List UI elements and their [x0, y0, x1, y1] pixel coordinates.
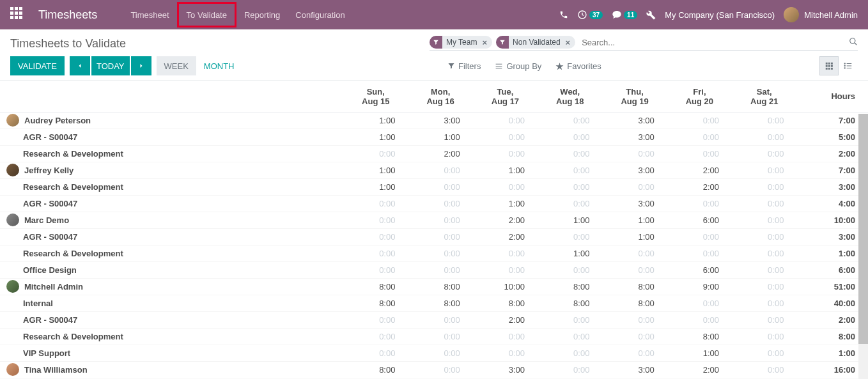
- time-cell[interactable]: 8:00: [408, 295, 472, 312]
- time-cell[interactable]: 1:00: [343, 179, 408, 196]
- time-cell[interactable]: 3:00: [602, 362, 667, 378]
- time-cell[interactable]: 8:00: [538, 295, 602, 312]
- time-cell[interactable]: 0:00: [473, 112, 538, 129]
- employee-row[interactable]: Marc Demo0:000:002:001:001:006:000:0010:…: [0, 212, 868, 229]
- time-cell[interactable]: 1:00: [602, 212, 667, 229]
- time-cell[interactable]: 0:00: [408, 162, 472, 179]
- row-name-cell[interactable]: Internal: [0, 295, 343, 312]
- task-row[interactable]: VIP Support0:000:000:000:000:001:000:001…: [0, 345, 868, 362]
- time-cell[interactable]: 0:00: [732, 262, 796, 279]
- time-cell[interactable]: 0:00: [408, 196, 472, 212]
- time-cell[interactable]: 0:00: [602, 179, 667, 196]
- time-cell[interactable]: 0:00: [538, 179, 602, 196]
- time-cell[interactable]: 0:00: [408, 312, 472, 329]
- time-cell[interactable]: 0:00: [732, 146, 796, 162]
- time-cell[interactable]: 0:00: [538, 329, 602, 345]
- row-name-cell[interactable]: Audrey Peterson: [0, 113, 343, 129]
- validate-button[interactable]: VALIDATE: [10, 56, 65, 75]
- time-cell[interactable]: 0:00: [473, 345, 538, 362]
- time-cell[interactable]: 1:00: [602, 229, 667, 245]
- time-cell[interactable]: 1:00: [473, 162, 538, 179]
- row-name-cell[interactable]: VIP Support: [0, 345, 343, 362]
- today-button[interactable]: TODAY: [91, 56, 130, 75]
- time-cell[interactable]: 8:00: [473, 295, 538, 312]
- time-cell[interactable]: 2:00: [473, 312, 538, 329]
- task-row[interactable]: Office Design0:000:000:000:000:006:000:0…: [0, 262, 868, 279]
- time-cell[interactable]: 0:00: [473, 262, 538, 279]
- view-list-button[interactable]: [839, 56, 858, 75]
- time-cell[interactable]: 0:00: [732, 245, 796, 262]
- task-row[interactable]: Internal8:008:008:008:008:000:000:0040:0…: [0, 295, 868, 312]
- time-cell[interactable]: 10:00: [473, 279, 538, 295]
- time-cell[interactable]: 8:00: [343, 295, 408, 312]
- time-cell[interactable]: 0:00: [538, 129, 602, 146]
- employee-row[interactable]: Mitchell Admin8:008:0010:008:008:009:000…: [0, 279, 868, 295]
- time-cell[interactable]: 0:00: [602, 245, 667, 262]
- time-cell[interactable]: 0:00: [602, 312, 667, 329]
- nav-item-timesheet[interactable]: Timesheet: [123, 0, 176, 29]
- time-cell[interactable]: 0:00: [538, 229, 602, 245]
- time-cell[interactable]: 0:00: [343, 245, 408, 262]
- row-name-cell[interactable]: Mitchell Admin: [0, 279, 343, 295]
- time-cell[interactable]: 0:00: [343, 146, 408, 162]
- time-cell[interactable]: 0:00: [732, 329, 796, 345]
- time-cell[interactable]: 0:00: [732, 229, 796, 245]
- search-icon[interactable]: [849, 37, 858, 48]
- time-cell[interactable]: 0:00: [732, 212, 796, 229]
- time-cell[interactable]: 0:00: [473, 245, 538, 262]
- time-cell[interactable]: 0:00: [538, 146, 602, 162]
- user-menu[interactable]: Mitchell Admin: [784, 7, 858, 22]
- row-name-cell[interactable]: AGR - S00047: [0, 196, 343, 212]
- task-row[interactable]: Research & Development0:000:000:000:000:…: [0, 329, 868, 345]
- time-cell[interactable]: 8:00: [408, 279, 472, 295]
- time-cell[interactable]: 0:00: [732, 162, 796, 179]
- time-cell[interactable]: 0:00: [667, 295, 732, 312]
- time-cell[interactable]: 3:00: [602, 196, 667, 212]
- time-cell[interactable]: 0:00: [602, 262, 667, 279]
- groupby-dropdown[interactable]: Group By: [495, 61, 541, 71]
- view-grid-button[interactable]: [819, 56, 839, 75]
- time-cell[interactable]: 3:00: [473, 362, 538, 378]
- time-cell[interactable]: 1:00: [538, 245, 602, 262]
- prev-button[interactable]: [70, 56, 90, 75]
- time-cell[interactable]: 8:00: [602, 279, 667, 295]
- row-name-cell[interactable]: Marc Demo: [0, 212, 343, 229]
- time-cell[interactable]: 0:00: [667, 312, 732, 329]
- time-cell[interactable]: 0:00: [538, 312, 602, 329]
- favorites-dropdown[interactable]: Favorites: [555, 61, 601, 71]
- time-cell[interactable]: 0:00: [667, 196, 732, 212]
- time-cell[interactable]: 0:00: [667, 129, 732, 146]
- time-cell[interactable]: 0:00: [343, 345, 408, 362]
- filters-dropdown[interactable]: Filters: [447, 61, 481, 71]
- time-cell[interactable]: 0:00: [343, 262, 408, 279]
- task-row[interactable]: AGR - S000470:000:002:000:000:000:000:00…: [0, 312, 868, 329]
- time-cell[interactable]: 1:00: [343, 129, 408, 146]
- row-name-cell[interactable]: Tina Williamson: [0, 362, 343, 378]
- time-cell[interactable]: 0:00: [667, 146, 732, 162]
- row-name-cell[interactable]: Research & Development: [0, 245, 343, 262]
- time-cell[interactable]: 1:00: [343, 112, 408, 129]
- time-cell[interactable]: 0:00: [473, 129, 538, 146]
- time-cell[interactable]: 0:00: [343, 196, 408, 212]
- range-week[interactable]: WEEK: [157, 56, 196, 75]
- tools-icon[interactable]: [646, 10, 656, 20]
- time-cell[interactable]: 2:00: [667, 179, 732, 196]
- time-cell[interactable]: 0:00: [602, 146, 667, 162]
- time-cell[interactable]: 0:00: [732, 112, 796, 129]
- facet-remove[interactable]: ×: [563, 38, 573, 47]
- time-cell[interactable]: 0:00: [408, 262, 472, 279]
- row-name-cell[interactable]: AGR - S00047: [0, 312, 343, 329]
- time-cell[interactable]: 0:00: [538, 196, 602, 212]
- facet-non-validated[interactable]: Non Validated ×: [496, 36, 575, 49]
- time-cell[interactable]: 0:00: [732, 179, 796, 196]
- row-name-cell[interactable]: AGR - S00047: [0, 129, 343, 146]
- time-cell[interactable]: 0:00: [473, 146, 538, 162]
- nav-item-to-validate[interactable]: To Validate: [177, 2, 236, 27]
- search-bar[interactable]: My Team × Non Validated ×: [430, 36, 858, 51]
- time-cell[interactable]: 1:00: [408, 129, 472, 146]
- time-cell[interactable]: 0:00: [667, 245, 732, 262]
- time-cell[interactable]: 0:00: [408, 212, 472, 229]
- scrollbar[interactable]: [858, 114, 868, 379]
- time-cell[interactable]: 0:00: [408, 245, 472, 262]
- time-cell[interactable]: 8:00: [538, 279, 602, 295]
